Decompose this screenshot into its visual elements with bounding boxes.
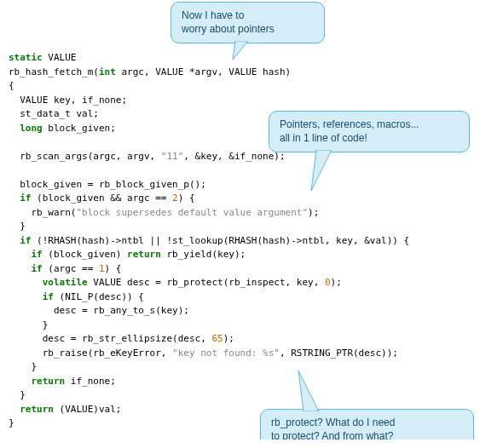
callout-tail-icon (231, 41, 265, 61)
callout-pointers: Now I have to worry about pointers (171, 2, 325, 43)
callout-text: to protect? And from what? (271, 430, 393, 439)
keyword-if: if (32, 263, 43, 274)
callout-text: rb_protect? What do I need (271, 416, 395, 428)
keyword-volatile: volatile (43, 277, 88, 288)
callout-text: worry about pointers (182, 23, 275, 35)
callout-tail-icon (295, 369, 338, 411)
keyword-long: long (20, 123, 43, 134)
keyword-if: if (20, 192, 31, 204)
keyword-static: static (9, 52, 43, 63)
keyword-if: if (43, 291, 54, 302)
callout-text: Now I have to (182, 9, 244, 21)
callout-tail-icon (308, 150, 350, 192)
keyword-return: return (127, 249, 161, 260)
callout-rbprotect: rb_protect? What do I need to protect? A… (260, 409, 474, 439)
keyword-int: int (99, 66, 116, 78)
callout-macros: Pointers, references, macros... all in 1… (269, 111, 470, 152)
keyword-return: return (20, 404, 54, 415)
keyword-return: return (32, 376, 66, 387)
code-block: static VALUE rb_hash_fetch_m(int argc, V… (9, 51, 471, 431)
callout-text: Pointers, references, macros... (280, 118, 419, 130)
keyword-if: if (32, 249, 43, 260)
keyword-if: if (20, 235, 31, 246)
callout-text: all in 1 line of code! (280, 132, 367, 144)
